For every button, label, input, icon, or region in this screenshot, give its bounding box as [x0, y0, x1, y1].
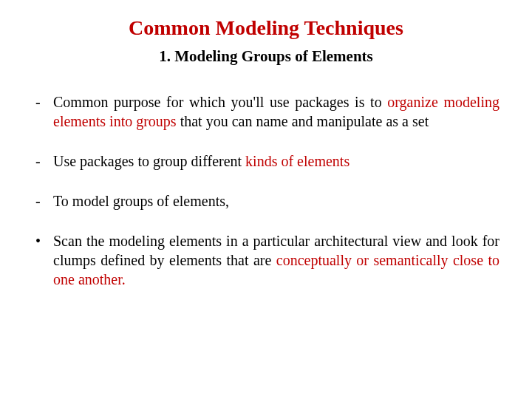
content-list: Common purpose for which you'll use pack… [33, 92, 499, 289]
slide-title: Common Modeling Techniques [33, 16, 499, 40]
list-item: Use packages to group different kinds of… [33, 151, 499, 171]
list-item: To model groups of elements, [33, 191, 499, 211]
body-text: To model groups of elements, [53, 193, 229, 209]
body-text: Use packages to group different [53, 153, 245, 169]
body-text: Common purpose for which you'll use pack… [53, 94, 387, 110]
body-text: that you can name and manipulate as a se… [177, 113, 429, 129]
highlight-text: kinds of elements [245, 153, 349, 169]
list-item: Scan the modeling elements in a particul… [33, 231, 499, 289]
slide: Common Modeling Techniques 1. Modeling G… [0, 0, 532, 399]
slide-subtitle: 1. Modeling Groups of Elements [33, 47, 499, 66]
list-item: Common purpose for which you'll use pack… [33, 92, 499, 131]
